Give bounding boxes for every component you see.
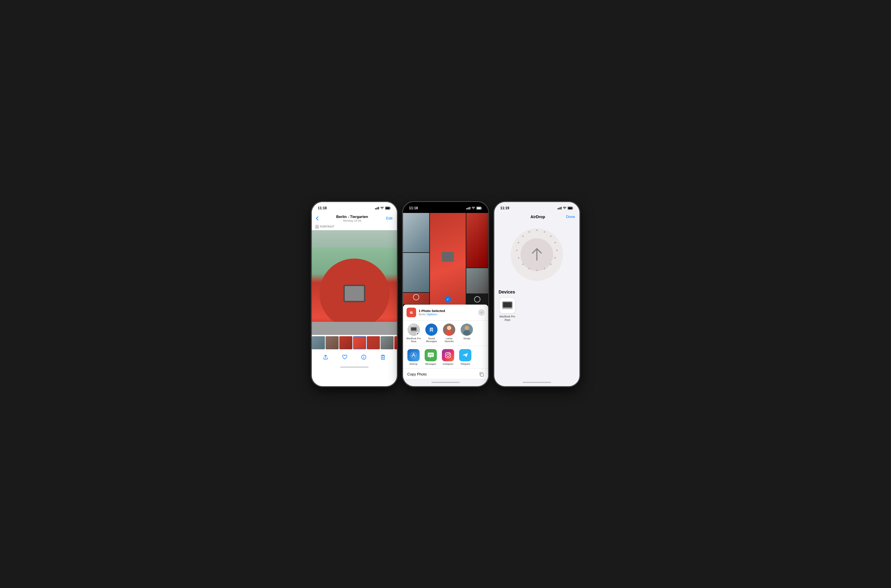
home-bar-3 (523, 382, 551, 383)
favorite-button[interactable] (341, 354, 348, 360)
info-button[interactable] (361, 354, 367, 360)
macbook-avatar (408, 324, 420, 336)
share-icon (323, 354, 328, 360)
svg-rect-50 (572, 207, 573, 209)
svg-point-56 (556, 249, 557, 251)
messages-app-name: Messages (425, 363, 436, 365)
svg-rect-16 (481, 207, 482, 209)
svg-point-53 (544, 231, 545, 232)
svg-rect-5 (390, 207, 391, 209)
edit-button[interactable]: Edit (386, 216, 392, 220)
saved-name: SavedMessages (426, 337, 437, 343)
contact-macbook[interactable]: MacBook ProAsya (407, 324, 421, 343)
status-bar-3: 11:19 (494, 202, 580, 213)
svg-point-29 (446, 330, 452, 335)
battery-icon (385, 207, 391, 210)
macbook-device[interactable]: MacBook ProAsya (499, 298, 516, 322)
home-bar-1 (340, 366, 368, 368)
messages-icon (427, 352, 434, 359)
telegram-app-name: Telegram (460, 363, 470, 365)
selected-checkmark: ✓ (445, 296, 451, 302)
trash-icon (381, 354, 385, 360)
photos-app-icon (408, 309, 415, 315)
status-bar-2: 11:18 (403, 202, 488, 213)
svg-point-61 (528, 268, 530, 269)
preview-thumb-small-2 (403, 253, 429, 292)
red-circle (319, 258, 389, 328)
portrait-badge: PORTRAIT (312, 224, 397, 230)
share-app-icon (407, 308, 416, 317)
battery-icon-3 (568, 207, 573, 210)
thumb-1[interactable] (312, 336, 325, 349)
portrait-label: PORTRAIT (320, 225, 335, 228)
macbook-icon (410, 327, 417, 333)
copy-photo-action[interactable]: Copy Photo (403, 369, 488, 379)
contact-saved[interactable]: SavedMessages (424, 324, 439, 343)
share-sheet: 1 Photo Selected Berlin Options › × (403, 304, 488, 379)
home-indicator-2 (403, 379, 488, 386)
airdrop-app-icon (407, 349, 420, 361)
svg-point-35 (429, 354, 430, 355)
done-button[interactable]: Done (566, 215, 575, 219)
svg-point-31 (464, 326, 469, 330)
delete-button[interactable] (380, 354, 386, 360)
contact-larisa[interactable]: LarisaSavenko (442, 324, 456, 343)
share-contacts: MacBook ProAsya SavedMessages (403, 321, 488, 346)
home-bar-2 (431, 382, 460, 383)
telegram-icon (462, 352, 469, 359)
svg-point-64 (516, 249, 517, 251)
svg-point-39 (447, 354, 449, 357)
svg-point-52 (536, 229, 538, 231)
airdrop-outer-circle (511, 228, 563, 281)
battery-icon-2 (476, 207, 482, 210)
svg-rect-17 (477, 207, 481, 209)
back-button[interactable] (316, 216, 319, 220)
svg-rect-23 (411, 327, 416, 330)
svg-point-66 (522, 236, 524, 237)
wifi-icon-2 (472, 207, 475, 210)
heart-icon (342, 355, 347, 360)
share-button[interactable] (322, 354, 329, 360)
app-telegram[interactable]: Telegram (458, 349, 472, 365)
selection-circle-right (474, 296, 480, 302)
macbook-name: MacBook ProAsya (407, 337, 421, 343)
thumbnail-strip (312, 335, 397, 351)
svg-point-59 (544, 268, 545, 269)
sereja-name: Sereja (463, 337, 470, 340)
svg-rect-11 (466, 208, 467, 210)
thumb-5[interactable] (367, 336, 380, 349)
app-instagram[interactable]: Instagram (441, 349, 455, 365)
thumb-3[interactable] (339, 336, 352, 349)
svg-rect-46 (559, 208, 559, 210)
airdrop-icon (410, 352, 417, 359)
svg-point-67 (528, 231, 530, 232)
sereja-photo (461, 324, 473, 336)
iphone-screen-1: 11:18 (312, 202, 397, 386)
svg-rect-69 (503, 302, 512, 308)
main-photo (312, 230, 397, 335)
app-messages[interactable]: Messages (424, 349, 438, 365)
saved-avatar (425, 324, 437, 336)
status-icons-1 (375, 207, 391, 210)
svg-rect-14 (470, 207, 470, 210)
devices-section: Devices MacBook ProAsya (494, 285, 580, 322)
thumb-7[interactable] (394, 336, 397, 349)
app-airdrop[interactable]: AirDrop (407, 349, 421, 365)
svg-rect-45 (557, 208, 558, 210)
thumb-2[interactable] (326, 336, 339, 349)
svg-rect-3 (379, 207, 379, 210)
contact-sereja[interactable]: Sereja (460, 324, 474, 343)
larisa-avatar (443, 324, 455, 336)
thumb-6[interactable] (380, 336, 394, 349)
iphone-screen-3: 11:19 AirDrop Done (494, 202, 580, 386)
signal-icon-3 (557, 207, 562, 210)
thumb-4[interactable] (353, 336, 366, 349)
airdrop-dots-ring (511, 228, 563, 281)
airdrop-app-name: AirDrop (409, 363, 418, 365)
close-button[interactable]: × (478, 309, 485, 316)
window-hole (343, 285, 365, 302)
share-location: Berlin (419, 313, 426, 316)
instagram-app-name: Instagram (443, 363, 454, 365)
options-link[interactable]: Options › (427, 313, 439, 316)
svg-point-63 (518, 257, 519, 258)
